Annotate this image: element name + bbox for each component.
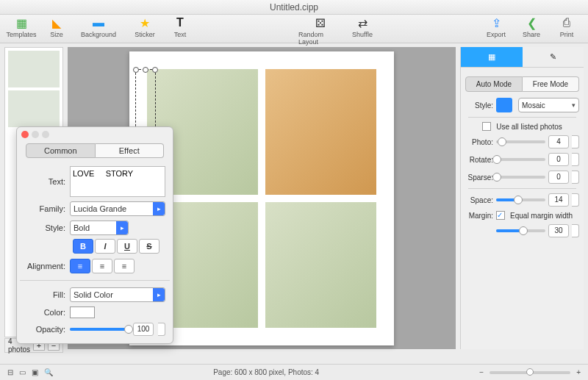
share-button[interactable]: ❮ Share — [516, 15, 547, 38]
rotate-slider[interactable] — [496, 158, 545, 161]
share-icon: ❮ — [524, 15, 539, 30]
background-button[interactable]: ▬ Background — [76, 15, 121, 38]
equal-margin-checkbox[interactable] — [496, 211, 505, 220]
sparse-slider[interactable] — [496, 176, 545, 179]
shuffle-icon: ⇄ — [355, 15, 370, 30]
templates-button[interactable]: ▦ Templates — [6, 15, 37, 38]
italic-button[interactable]: I — [95, 239, 115, 254]
wand-icon: ✎ — [550, 52, 556, 62]
page-info: Page: 600 x 800 pixel, Photos: 4 — [59, 368, 473, 376]
align-right-button[interactable]: ≡ — [114, 259, 135, 273]
space-stepper[interactable] — [572, 193, 579, 207]
collage-cell[interactable] — [265, 202, 376, 328]
star-icon: ★ — [137, 15, 152, 30]
minimize-icon[interactable] — [32, 131, 39, 138]
random-layout-button[interactable]: ⚄ Random Layout — [298, 15, 343, 46]
auto-mode-button[interactable]: Auto Mode — [465, 76, 523, 92]
zoom-plus-button[interactable]: + — [576, 368, 581, 376]
common-tab[interactable]: Common — [26, 143, 96, 158]
window-titlebar: Untitled.cipp — [0, 0, 588, 15]
use-all-photos-label: Use all listed photos — [496, 123, 562, 131]
dice-icon: ⚄ — [313, 15, 328, 30]
font-style-select[interactable]: Bold — [70, 221, 129, 235]
photo-icon[interactable]: ▣ — [32, 368, 38, 376]
text-inspector-panel[interactable]: Common Effect Text: Family: Lucida Grand… — [16, 126, 173, 344]
style-label: Style: — [465, 101, 493, 110]
use-all-photos-checkbox[interactable] — [482, 122, 491, 131]
layout-tab[interactable]: ▦ — [461, 47, 523, 67]
opacity-slider[interactable] — [70, 328, 129, 331]
margin-stepper[interactable] — [572, 224, 579, 237]
print-button[interactable]: ⎙ Print — [551, 15, 582, 38]
main-toolbar: ▦ Templates ◣ Size ▬ Background ★ Sticke… — [0, 15, 588, 43]
font-family-select[interactable]: Lucida Grande — [70, 201, 165, 216]
underline-button[interactable]: U — [117, 239, 137, 254]
view-mode-icon[interactable]: ▭ — [19, 368, 26, 376]
sparse-stepper[interactable] — [572, 171, 579, 184]
layout-panel: ▦ ✎ Auto Mode Free Mode Style: Mosaic Us… — [460, 47, 584, 349]
size-button[interactable]: ◣ Size — [41, 15, 72, 38]
equal-margin-label: Equal margin width — [510, 212, 573, 220]
margin-value[interactable]: 30 — [548, 224, 569, 237]
opacity-value[interactable]: 100 — [133, 323, 154, 336]
effect-tab[interactable]: Effect — [96, 143, 165, 158]
collage-cell[interactable] — [265, 69, 376, 195]
text-icon: T — [173, 15, 187, 30]
space-slider[interactable] — [496, 198, 545, 201]
photo-slider[interactable] — [496, 140, 545, 143]
export-button[interactable]: ⇪ Export — [481, 15, 512, 38]
magnifier-icon[interactable]: 🔍 — [44, 368, 53, 376]
align-left-button[interactable]: ≡ — [70, 259, 90, 273]
adjust-tab[interactable]: ✎ — [523, 47, 584, 67]
sparse-value[interactable]: 0 — [548, 171, 569, 184]
photo-thumbnail[interactable] — [8, 90, 60, 127]
printer-icon: ⎙ — [559, 15, 574, 30]
close-icon[interactable] — [21, 131, 29, 138]
templates-icon: ▦ — [14, 15, 29, 30]
export-icon: ⇪ — [489, 15, 503, 30]
free-mode-button[interactable]: Free Mode — [523, 76, 579, 92]
rotate-stepper[interactable] — [572, 153, 579, 166]
ruler-icon: ◣ — [49, 15, 64, 30]
mosaic-icon — [496, 98, 512, 112]
zoom-minus-button[interactable]: − — [479, 368, 484, 376]
photo-stepper[interactable] — [572, 135, 579, 148]
zoom-icon[interactable] — [42, 131, 49, 138]
align-center-button[interactable]: ≡ — [92, 259, 112, 273]
color-well[interactable] — [70, 306, 95, 318]
photo-value[interactable]: 4 — [548, 135, 569, 148]
photo-thumbnail[interactable] — [8, 51, 60, 87]
style-select[interactable]: Mosaic — [518, 98, 579, 112]
space-value[interactable]: 14 — [548, 193, 569, 207]
paintroller-icon: ▬ — [91, 15, 106, 30]
layout-icon: ▦ — [488, 52, 495, 62]
zoom-slider[interactable] — [490, 371, 570, 374]
rotate-value[interactable]: 0 — [548, 153, 569, 166]
bold-button[interactable]: B — [73, 239, 93, 254]
strike-button[interactable]: S — [139, 239, 159, 254]
text-button[interactable]: T Text — [165, 15, 196, 38]
zoom-out-icon[interactable]: ⊟ — [7, 368, 13, 376]
status-bar: ⊟ ▭ ▣ 🔍 Page: 600 x 800 pixel, Photos: 4… — [0, 364, 588, 380]
fill-type-select[interactable]: Solid Color — [70, 287, 165, 302]
sticker-button[interactable]: ★ Sticker — [129, 15, 160, 38]
margin-slider[interactable] — [496, 229, 545, 232]
shuffle-button[interactable]: ⇄ Shuffle — [347, 15, 378, 46]
text-input[interactable] — [70, 166, 165, 197]
opacity-stepper[interactable] — [158, 323, 165, 336]
document-title: Untitled.cipp — [270, 2, 318, 12]
